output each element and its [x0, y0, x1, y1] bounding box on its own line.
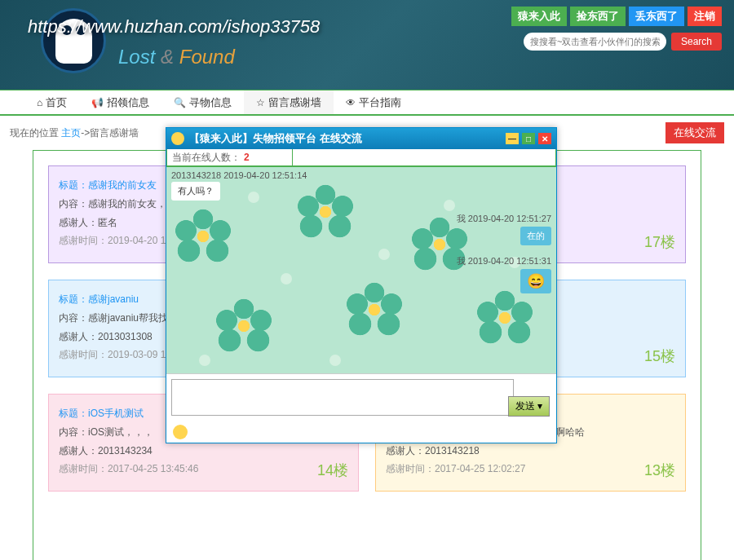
- search-area: Search: [524, 33, 722, 51]
- search-icon: 🔍: [174, 97, 186, 108]
- msg-bubble: 有人吗？: [171, 182, 220, 201]
- chat-input-area: 发送 ▾: [166, 373, 556, 443]
- card-time: 感谢时间：2017-04-25 13:45:46: [59, 460, 348, 478]
- chat-window: 【猿来入此】失物招领平台 在线交流 — □ ✕ 当前在线人数：2 2013143…: [166, 127, 557, 443]
- brand-amp: &: [161, 46, 174, 68]
- nav-bar: ⌂首页 📢招领信息 🔍寻物信息 ☆留言感谢墙 👁平台指南: [0, 90, 734, 116]
- brand-lost: Lost: [118, 46, 155, 68]
- chat-title-text: 【猿来入此】失物招领平台 在线交流: [189, 131, 362, 146]
- brand: Lost & Found: [118, 46, 235, 68]
- msg-meta: 我 2019-04-20 12:51:27: [457, 213, 551, 225]
- search-input[interactable]: [524, 33, 666, 51]
- brand-found: Found: [179, 46, 235, 68]
- close-button[interactable]: ✕: [538, 133, 551, 144]
- status-spacer: [293, 149, 556, 166]
- chat-msg-me: 我 2019-04-20 12:51:27 在的: [457, 213, 551, 245]
- yuanlai-button[interactable]: 猿来入此: [511, 7, 567, 26]
- star-icon: ☆: [256, 97, 265, 108]
- chat-messages: 2013143218 2019-04-20 12:51:14 有人吗？ 我 20…: [166, 167, 556, 373]
- logout-button[interactable]: 注销: [688, 7, 722, 26]
- nav-home[interactable]: ⌂首页: [24, 90, 79, 114]
- send-button[interactable]: 发送 ▾: [508, 396, 550, 417]
- breadcrumb-home[interactable]: 主页: [61, 127, 81, 139]
- card-thanks: 感谢人：2013143234: [59, 442, 348, 461]
- chat-status: 当前在线人数：2: [166, 149, 556, 167]
- emoji-picker-icon[interactable]: [173, 425, 188, 439]
- lost-button[interactable]: 丢东西了: [629, 7, 684, 26]
- nav-guide[interactable]: 👁平台指南: [334, 90, 413, 114]
- floor-number: 17楼: [644, 228, 675, 256]
- chat-textarea[interactable]: [171, 379, 514, 416]
- chat-msg-me: 我 2019-04-20 12:51:31 😄: [457, 255, 551, 293]
- nav-lost[interactable]: 🔍寻物信息: [161, 90, 244, 114]
- card-thanks: 感谢人：2013143218: [386, 442, 675, 461]
- minimize-button[interactable]: —: [506, 133, 519, 144]
- smiley-icon: [171, 132, 184, 145]
- chat-titlebar[interactable]: 【猿来入此】失物招领平台 在线交流 — □ ✕: [166, 128, 556, 149]
- floor-number: 14楼: [317, 456, 348, 484]
- chevron-down-icon: ▾: [537, 400, 542, 412]
- breadcrumb: 现在的位置 主页->留言感谢墙: [10, 126, 139, 140]
- floor-number: 15楼: [644, 342, 675, 370]
- online-chat-button[interactable]: 在线交流: [665, 122, 724, 143]
- header: https://www.huzhan.com/ishop33758 Lost &…: [0, 0, 734, 90]
- msg-meta: 2013143218 2019-04-20 12:51:14: [171, 170, 307, 180]
- found-button[interactable]: 捡东西了: [570, 7, 626, 26]
- msg-meta: 我 2019-04-20 12:51:31: [457, 255, 551, 267]
- card-time: 感谢时间：2017-04-25 12:02:27: [386, 460, 675, 478]
- top-buttons: 猿来入此 捡东西了 丢东西了 注销: [511, 7, 722, 26]
- msg-emoji: 😄: [520, 269, 551, 293]
- eye-icon: 👁: [346, 97, 356, 108]
- msg-bubble: 在的: [520, 227, 551, 245]
- floor-number: 13楼: [644, 456, 675, 484]
- chat-msg-other: 2013143218 2019-04-20 12:51:14 有人吗？: [171, 170, 307, 201]
- online-label: 当前在线人数：: [172, 152, 241, 163]
- home-icon: ⌂: [37, 97, 42, 108]
- bullhorn-icon: 📢: [91, 97, 104, 108]
- nav-wall[interactable]: ☆留言感谢墙: [244, 90, 334, 114]
- maximize-button[interactable]: □: [522, 133, 535, 144]
- watermark-text: https://www.huzhan.com/ishop33758: [28, 16, 320, 37]
- nav-claim[interactable]: 📢招领信息: [79, 90, 161, 114]
- online-count: 2: [244, 152, 250, 163]
- search-button[interactable]: Search: [671, 33, 722, 51]
